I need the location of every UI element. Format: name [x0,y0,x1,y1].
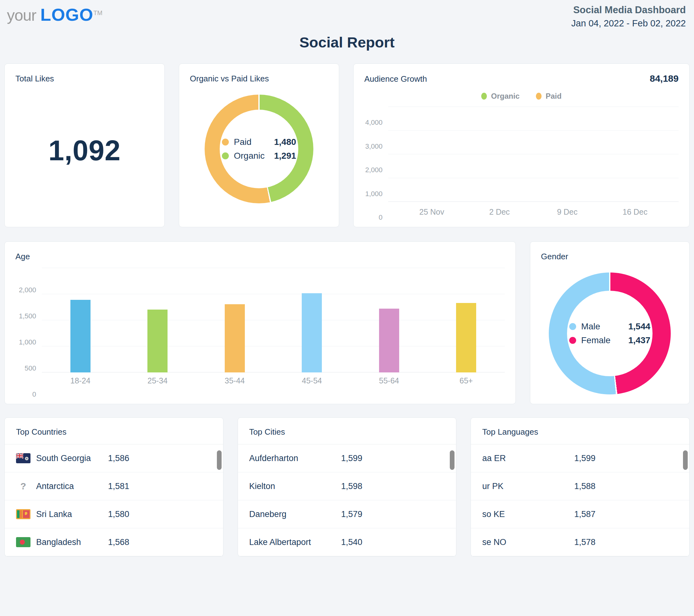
top-cities-card: Top Cities Aufderharton1,599Kielton1,598… [238,417,457,557]
dashboard-title: Social Media Dashboard [571,4,686,16]
y-axis-tick-label: 2,000 [365,166,383,174]
item-value: 1,599 [341,454,362,463]
list-item-name: se NO [482,538,574,547]
south-georgia-flag-icon [16,453,31,463]
item-value: 1,578 [574,538,596,547]
item-value: 1,540 [341,538,362,547]
item-value: 1,586 [108,454,129,463]
y-axis-tick-label: 0 [32,390,36,399]
top-countries-card: Top Countries South Georgia1,586?Antarct… [4,417,223,557]
demographics-row: Age 05001,0001,5002,000 18-2425-3435-444… [0,241,694,402]
list-item-name: aa ER [482,454,574,463]
y-axis: 01,0002,0003,0004,000 [364,107,388,217]
list-item: Daneberg1,579 [238,500,456,528]
legend-dot-icon [569,337,576,344]
audience-growth-card: Audience Growth 84,189 OrganicPaid 01,00… [353,64,690,227]
item-label: Bangladesh [36,538,81,547]
total-likes-card: Total Likes 1,092 [4,64,165,227]
list-item-name: Kielton [249,482,341,491]
legend-label: Paid [546,92,562,101]
bar-slot [42,268,119,373]
card-title: Total Likes [15,73,154,84]
y-axis-tick-label: 4,000 [365,119,383,127]
bars-container [388,107,679,202]
bars-container [42,268,505,373]
list-item: se NO1,578 [471,528,689,556]
legend-dot-icon [481,93,487,99]
page-title: Social Report [0,34,694,51]
scrollbar-thumb[interactable] [450,450,455,470]
item-value: 1,598 [341,482,362,491]
x-axis-tick-label: 45-54 [273,376,351,387]
chart-legend: OrganicPaid [364,92,679,101]
legend-label: Organic [234,151,274,161]
bangladesh-flag-icon [16,537,31,547]
report-header: your LOGOTM Social Media Dashboard Jan 0… [0,0,694,29]
bar-slot [273,268,351,373]
donut-wrap: Male1,544Female1,437 [541,272,679,395]
age-bar-45-54 [302,293,322,373]
age-bar-35-44 [225,304,245,373]
card-title: Top Cities [238,418,456,445]
item-label: Aufderharton [249,454,298,463]
age-bar-18-24 [70,300,91,373]
list-item-name: Lake Albertaport [249,538,341,547]
legend-label: Female [581,336,628,345]
item-value: 1,587 [574,509,596,519]
y-axis: 05001,0001,5002,000 [15,268,42,395]
scrollbar-thumb[interactable] [683,450,688,470]
legend-label: Organic [491,92,519,101]
card-title: Top Languages [471,418,689,445]
item-value: 1,568 [108,538,129,547]
list-item: Sri Lanka1,580 [5,500,223,528]
brand-logo: your LOGOTM [7,4,103,25]
list-item-name: Bangladesh [16,537,108,547]
legend-value: 1,437 [628,336,650,345]
gender-donut-chart: Male1,544Female1,437 [549,272,671,395]
list-item-name: Daneberg [249,509,341,519]
x-axis-tick-label: 9 Dec [557,207,578,217]
logo-wordmark: LOGO [40,5,93,24]
y-axis-tick-label: 2,000 [19,286,36,294]
legend-dot-icon [536,93,542,99]
plot-area [388,107,679,202]
card-title: Top Countries [5,418,223,445]
list-item: aa ER1,599 [471,445,689,472]
item-value: 1,581 [108,482,129,491]
legend-dot-icon [222,152,229,159]
legend-label: Male [581,322,628,331]
logo-trademark: TM [93,10,103,16]
card-title: Organic vs Paid Likes [190,73,328,84]
top-lists-row: Top Countries South Georgia1,586?Antarct… [0,417,694,556]
donut-wrap: Paid1,480Organic1,291 [190,95,328,203]
legend-value: 1,544 [628,322,650,331]
x-axis-tick-label: 55-64 [350,376,428,387]
list-item: Lake Albertaport1,540 [238,528,456,556]
gender-card: Gender Male1,544Female1,437 [530,241,690,404]
bar-slot [196,268,273,373]
list-item: Bangladesh1,568 [5,528,223,556]
bar-slot [428,268,505,373]
plot-column: 25 Nov2 Dec9 Dec16 Dec [388,107,679,217]
list-item: ?Antarctica1,581 [5,472,223,500]
item-label: ur PK [482,482,504,491]
scrollbar-thumb[interactable] [217,450,222,470]
legend-item: Organic1,291 [222,151,296,161]
age-bar-55-64 [379,309,399,373]
list-item-name: Aufderharton [249,454,341,463]
plot-area [42,268,505,373]
bar-slot [119,268,197,373]
item-value: 1,579 [341,509,362,519]
country-list: South Georgia1,586?Antarctica1,581Sri La… [5,445,223,556]
list-item-name: ur PK [482,482,574,491]
y-axis-tick-label: 1,000 [365,190,383,198]
header-meta: Social Media Dashboard Jan 04, 2022 - Fe… [571,4,686,29]
item-label: Kielton [249,482,275,491]
plot-column: 18-2425-3435-4445-5455-6465+ [42,268,505,395]
list-item: South Georgia1,586 [5,445,223,472]
y-axis-tick-label: 500 [24,364,36,373]
list-item: Kielton1,598 [238,472,456,500]
list-item-name: so KE [482,509,574,519]
item-label: Antarctica [36,482,74,491]
organic-vs-paid-card: Organic vs Paid Likes Paid1,480Organic1,… [179,64,339,227]
